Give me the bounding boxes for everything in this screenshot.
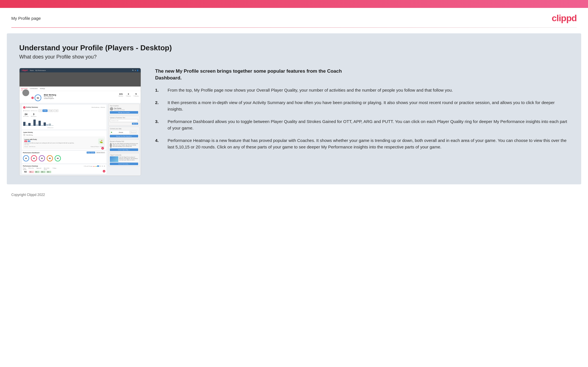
points-list: From the top, My Profile page now shows … (155, 87, 569, 150)
mockup-performance-dashboard: Performance Dashboard Player Quality Str… (22, 151, 106, 163)
mockup-latest-activity: Latest Activity Blair McHarg Lesson with… (22, 130, 106, 150)
mockup-lesson-box: Lesson with Fordy golf off Nothing to fe… (23, 137, 105, 149)
mockup-trackman-input: Trackman Link (110, 119, 138, 122)
mockup-stat-following: 5 Following (134, 93, 138, 97)
mockup-performance-heatmap: Performance Heatmap 5 Round Change: ▬ ▬ … (22, 164, 106, 174)
mockup-ring-overall: 92 (23, 155, 29, 161)
mockup-right-panel: Your Coaches Dan Davies Barnstaple Golf … (108, 104, 140, 175)
mockup-ring-around-green: 86 (47, 155, 53, 161)
list-item: It then presents a more in-depth view of… (155, 100, 569, 112)
header: My Profile page clippd (0, 8, 588, 27)
right-content: The new My Profile screen brings togethe… (155, 68, 569, 156)
header-divider (11, 27, 577, 28)
mockup-nav-icons: 🔍 ⚙ 👤 (132, 70, 138, 71)
mockup-avatar (22, 89, 30, 97)
mockup-tab-settings[interactable]: Settings (40, 87, 45, 90)
mockup-player-name: Blair McHarg (44, 94, 56, 96)
mockup-coach-avatar (110, 107, 113, 111)
top-bar (0, 0, 588, 8)
section-subtitle: What does your Profile show you? (19, 54, 569, 60)
mockup-launch-community-btn[interactable]: Launch Community 🔗 (110, 163, 138, 165)
list-item: Performance Dashboard allows you to togg… (155, 118, 569, 131)
mockup-ring-putting: 96 (55, 155, 61, 161)
mockup-left-col: 2 Activity Summary Monthly Activity - 6 … (21, 104, 108, 175)
mockup-connect-box: Connect your data Arccos Disconnect Mana… (108, 127, 140, 139)
point-text-1: From the top, My Profile page now shows … (168, 87, 453, 94)
mockup-activity-section: 2 Activity Summary Monthly Activity - 6 … (22, 105, 106, 129)
mockup-profile-header (20, 72, 141, 87)
mockup-tab-connections[interactable]: Connections (30, 87, 38, 90)
mockup-disconnect-btn[interactable]: Disconnect (130, 131, 137, 133)
right-intro: The new My Profile screen brings togethe… (155, 68, 348, 81)
mockup-stat-followers: 3 Followers (126, 93, 131, 97)
mockup-profile-info: 1 92 Blair McHarg Plus Handicap United K… (20, 91, 141, 103)
mockup-heatmap-putting: 96 ↑↑ (46, 171, 52, 173)
mockup-ring-offtee: 90 (31, 155, 37, 161)
section-title: Understand your Profile (Players - Deskt… (19, 44, 569, 52)
mockup-profile-tabs: My Profile Connections Settings (20, 87, 141, 91)
point-text-2: It then presents a more in-depth view of… (168, 100, 569, 112)
mockup-body: 2 Activity Summary Monthly Activity - 6 … (20, 103, 141, 176)
mockup-arccos-item: Arccos Disconnect (110, 130, 138, 134)
mockup-drill-avatar (110, 143, 112, 148)
mockup-perf-rings: 92 90 85 86 96 (23, 154, 105, 163)
mockup-screenshot: clippd Home My Performance 🔍 ⚙ 👤 My Prof… (19, 68, 141, 176)
mockup-trackman-box: Upload a Trackman Test Trackman Link Add… (108, 116, 140, 126)
mockup-heatmap-offtee: 90 ↓↓ (29, 171, 34, 173)
mockup-heatmap-approach: 85 ↑↑ (35, 171, 40, 173)
mockup-nav-items: Home My Performance (30, 70, 46, 71)
logo: clippd (552, 13, 577, 23)
mockup-ring-approach: 85 (39, 155, 45, 161)
content-layout: clippd Home My Performance 🔍 ⚙ 👤 My Prof… (19, 68, 569, 176)
mockup-quality-ring: 92 (35, 94, 41, 101)
point-text-3: Performance Dashboard allows you to togg… (168, 118, 569, 131)
mockup-badge-1: 1 (31, 97, 34, 99)
mockup-location: United Kingdom (44, 98, 56, 99)
list-item: Performance Heatmap is a new feature tha… (155, 137, 569, 150)
main-content: Understand your Profile (Players - Deskt… (7, 33, 581, 184)
mockup-nav: clippd Home My Performance 🔍 ⚙ 👤 (20, 68, 141, 72)
point-text-4: Performance Heatmap is a new feature tha… (168, 137, 569, 150)
mockup-drill-box: Record a Practice Drill Be one of the Cl… (108, 139, 140, 152)
mockup-stats: 131 Activities 3 Followers 5 Following (119, 93, 138, 97)
mockup-launch-capture-btn[interactable]: Launch Capture App 🔗 (110, 148, 138, 151)
mockup-community-image (110, 156, 118, 162)
list-item: From the top, My Profile page now shows … (155, 87, 569, 94)
mockup-manage-integrations-btn[interactable]: Manage Your Data Integrations (110, 135, 138, 137)
mockup-connected-dot (111, 132, 112, 133)
mockup-logo: clippd (22, 69, 28, 71)
mockup-badge-2: 2 (23, 106, 25, 109)
mockup-coaches-box: Your Coaches Dan Davies Barnstaple Golf … (108, 104, 140, 115)
page-title: My Profile page (11, 16, 41, 21)
copyright-text: Copyright Clippd 2022 (11, 193, 45, 197)
mockup-activity-chart (23, 118, 54, 126)
mockup-add-link-btn[interactable]: Add Link (132, 123, 138, 125)
mockup-stat-activities: 131 Activities (119, 93, 123, 97)
mockup-community-box: Clippd Community Visit the Clippd Commun… (108, 153, 140, 166)
mockup-manage-coaches-btn[interactable]: Manage Your Coaches (110, 111, 138, 114)
footer: Copyright Clippd 2022 (0, 190, 588, 202)
mockup-heatmap-around: 86 ↑↑ (40, 171, 46, 173)
